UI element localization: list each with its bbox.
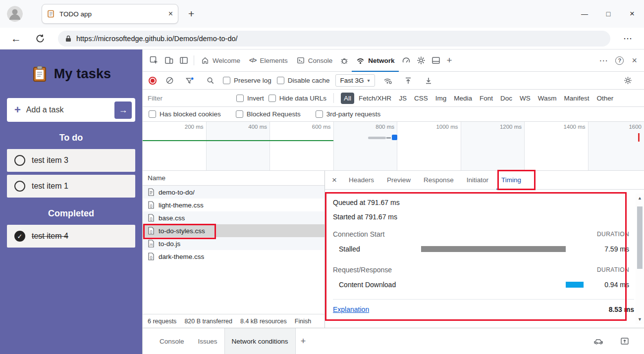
- record-button[interactable]: [149, 77, 157, 85]
- task-item[interactable]: test item 3: [7, 149, 135, 172]
- tab-response[interactable]: Response: [419, 171, 459, 190]
- device-toolbar-icon[interactable]: [161, 53, 176, 68]
- checkbox-icon[interactable]: [236, 110, 243, 118]
- completed-task-item[interactable]: ✓ test item 4: [7, 225, 135, 248]
- activity-bar-icon[interactable]: [176, 53, 191, 68]
- third-party-requests-checkbox[interactable]: 3rd-party requests: [316, 110, 381, 118]
- close-details-icon[interactable]: ×: [328, 175, 341, 185]
- scroll-down-icon[interactable]: ▼: [638, 315, 642, 324]
- checkbox-icon[interactable]: [223, 77, 230, 84]
- browser-menu-icon[interactable]: ⋯: [623, 33, 633, 44]
- filter-chip-js[interactable]: JS: [396, 93, 410, 104]
- throttling-dropdown[interactable]: Fast 3G ▾: [335, 74, 375, 87]
- performance-icon[interactable]: [399, 53, 414, 68]
- scrollbar-thumb[interactable]: [637, 206, 643, 269]
- network-settings-gear-icon[interactable]: [620, 73, 635, 88]
- task-item[interactable]: test item 1: [7, 175, 135, 198]
- submit-task-button[interactable]: →: [114, 101, 132, 119]
- filter-chip-css[interactable]: CSS: [411, 93, 431, 104]
- url-bar[interactable]: https://microsoftedge.github.io/Demos/de…: [58, 31, 610, 47]
- drawer-tab-console[interactable]: Console: [153, 328, 191, 354]
- request-row[interactable]: {} dark-theme.css: [143, 250, 324, 263]
- content-download-bar: [566, 282, 584, 288]
- filter-chip-fetch-xhr[interactable]: Fetch/XHR: [356, 93, 394, 104]
- layout-panel-icon[interactable]: [429, 53, 443, 68]
- filter-funnel-icon[interactable]: [182, 73, 197, 88]
- unchecked-circle-icon[interactable]: [14, 181, 25, 192]
- request-row-selected[interactable]: {} to-do-styles.css: [143, 224, 324, 237]
- tab-elements[interactable]: </> Elements: [245, 50, 292, 72]
- blocked-requests-checkbox[interactable]: Blocked Requests: [236, 110, 301, 118]
- checked-circle-icon[interactable]: ✓: [14, 231, 25, 242]
- filter-chip-doc[interactable]: Doc: [497, 93, 515, 104]
- close-devtools-icon[interactable]: ×: [632, 56, 637, 65]
- drawer-tab-network-conditions[interactable]: Network conditions: [224, 328, 296, 354]
- filter-chip-all[interactable]: All: [341, 93, 354, 104]
- profile-avatar[interactable]: [7, 6, 23, 22]
- tab-initiator[interactable]: Initiator: [462, 171, 493, 190]
- debugger-bug-icon[interactable]: [337, 53, 352, 68]
- request-row[interactable]: {} light-theme.css: [143, 199, 324, 211]
- invert-checkbox[interactable]: Invert: [236, 95, 264, 102]
- timing-bar-track: [421, 246, 584, 252]
- checkbox-icon[interactable]: [268, 95, 276, 102]
- search-icon[interactable]: [203, 73, 217, 88]
- request-list-header[interactable]: Name: [143, 171, 324, 186]
- expand-panel-icon[interactable]: [617, 334, 632, 349]
- unchecked-circle-icon[interactable]: [14, 155, 25, 166]
- maximize-button[interactable]: □: [596, 10, 620, 18]
- network-conditions-icon[interactable]: [380, 73, 395, 88]
- filter-chip-other[interactable]: Other: [594, 93, 617, 104]
- explanation-link[interactable]: Explanation: [333, 305, 369, 313]
- filter-chip-media[interactable]: Media: [451, 93, 475, 104]
- close-window-button[interactable]: ×: [620, 9, 644, 19]
- preserve-log-checkbox[interactable]: Preserve log: [223, 77, 271, 84]
- add-task-button[interactable]: + Add a task →: [7, 98, 135, 122]
- has-blocked-cookies-checkbox[interactable]: Has blocked cookies: [149, 110, 221, 118]
- inspect-element-icon[interactable]: [147, 53, 161, 68]
- request-row[interactable]: JS to-do.js: [143, 237, 324, 250]
- more-options-icon[interactable]: ⋯: [599, 55, 607, 66]
- request-row[interactable]: {} base.css: [143, 211, 324, 224]
- hide-data-urls-checkbox[interactable]: Hide data URLs: [268, 95, 326, 102]
- checkbox-icon[interactable]: [149, 110, 156, 118]
- add-panel-button[interactable]: +: [446, 55, 452, 66]
- checkbox-icon[interactable]: [236, 95, 244, 102]
- filter-input[interactable]: [148, 95, 232, 102]
- tab-preview[interactable]: Preview: [382, 171, 416, 190]
- filter-chip-font[interactable]: Font: [477, 93, 496, 104]
- browser-tab[interactable]: TODO app ×: [42, 4, 178, 24]
- settings-gear-icon[interactable]: [414, 53, 429, 68]
- refresh-button[interactable]: [35, 34, 45, 44]
- name-column-header[interactable]: Name: [148, 174, 165, 182]
- tab-headers[interactable]: Headers: [344, 171, 379, 190]
- scroll-up-icon[interactable]: ▲: [638, 194, 642, 202]
- help-icon[interactable]: ?: [615, 56, 624, 65]
- filter-chip-wasm[interactable]: Wasm: [535, 93, 560, 104]
- drawer-tab-issues[interactable]: Issues: [191, 328, 224, 354]
- checkbox-icon[interactable]: [277, 77, 284, 84]
- add-drawer-tab-button[interactable]: +: [301, 336, 306, 347]
- tab-timing[interactable]: Timing: [496, 171, 526, 190]
- clear-icon[interactable]: [162, 73, 177, 88]
- filter-chip-manifest[interactable]: Manifest: [561, 93, 592, 104]
- check-icon: ✓: [17, 233, 23, 240]
- new-tab-button[interactable]: +: [188, 8, 194, 20]
- devtools-tabbar-actions: ⋯ ? ×: [599, 55, 644, 66]
- filter-chip-ws[interactable]: WS: [517, 93, 534, 104]
- tab-network[interactable]: Network: [352, 50, 399, 72]
- tab-close-icon[interactable]: ×: [168, 10, 173, 18]
- export-har-icon[interactable]: [421, 73, 436, 88]
- request-row[interactable]: demo-to-do/: [143, 186, 324, 199]
- tab-console[interactable]: Console: [292, 50, 337, 72]
- details-scrollbar[interactable]: ▲ ▼: [636, 194, 644, 324]
- tab-welcome[interactable]: Welcome: [197, 50, 245, 72]
- filter-chip-img[interactable]: Img: [432, 93, 450, 104]
- car-icon[interactable]: [591, 334, 606, 349]
- import-har-icon[interactable]: [401, 73, 416, 88]
- back-button[interactable]: ←: [11, 33, 21, 45]
- checkbox-icon[interactable]: [316, 110, 323, 118]
- network-overview-timeline[interactable]: 200 ms 400 ms 600 ms 800 ms 1000 ms 1200…: [143, 122, 644, 171]
- disable-cache-checkbox[interactable]: Disable cache: [277, 77, 330, 84]
- minimize-button[interactable]: —: [573, 10, 596, 18]
